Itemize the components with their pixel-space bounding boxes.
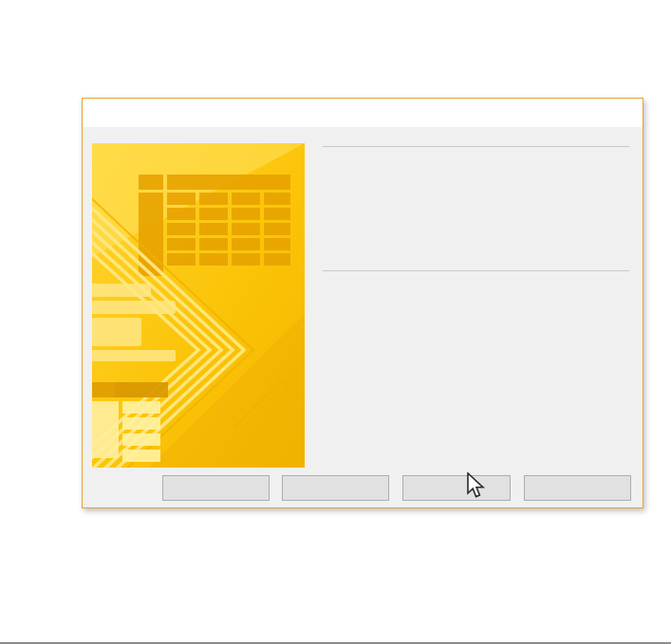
group-rule — [323, 270, 629, 271]
group-analyze-label — [316, 137, 629, 154]
finish-button[interactable] — [524, 475, 631, 501]
group-present-data — [316, 261, 629, 278]
next-button[interactable] — [402, 475, 511, 501]
back-button — [282, 475, 389, 501]
wizard-artwork-image — [92, 143, 305, 468]
excel-window — [0, 0, 671, 644]
close-icon[interactable] — [610, 99, 643, 127]
cancel-button[interactable] — [162, 475, 270, 501]
group-analyze-data — [316, 137, 629, 154]
group-rule — [323, 146, 629, 147]
help-icon[interactable] — [578, 99, 610, 127]
pivottable-wizard-dialog — [82, 98, 643, 508]
dialog-titlebar[interactable] — [83, 99, 643, 127]
group-present-label — [316, 261, 629, 278]
